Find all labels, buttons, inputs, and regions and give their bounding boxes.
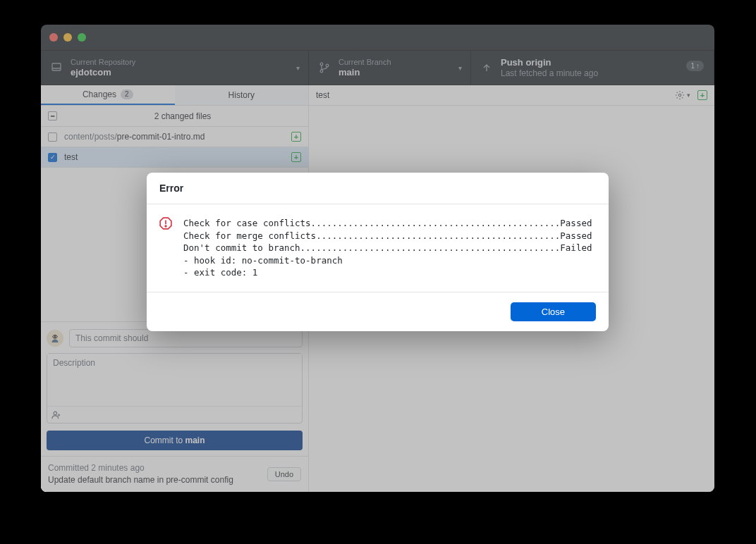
app-window: Current Repository ejdotcom ▾ Current Br… <box>41 25 714 492</box>
svg-point-14 <box>165 225 166 227</box>
stop-icon <box>159 217 172 279</box>
error-dialog: Error Check for case conflicts..........… <box>147 173 609 331</box>
dialog-title: Error <box>147 173 609 204</box>
modal-overlay: Error Check for case conflicts..........… <box>41 25 714 492</box>
dialog-message: Check for case conflicts................… <box>183 217 592 279</box>
close-button[interactable]: Close <box>511 302 596 321</box>
